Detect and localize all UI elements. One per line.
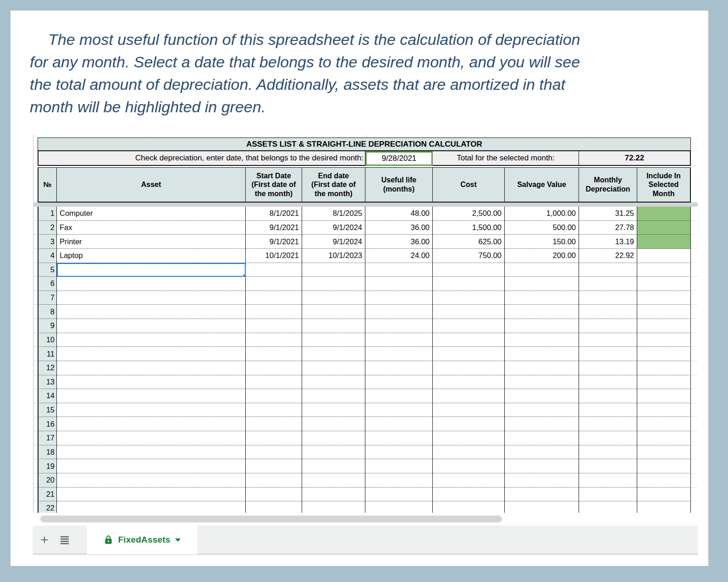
cell-r11-cost[interactable] [433,347,505,361]
cell-r10-monthly[interactable] [579,333,637,347]
cell-r16-salvage[interactable] [505,417,579,431]
cell-r2-monthly[interactable]: 27.78 [579,221,637,235]
date-input-cell[interactable]: 9/28/2021 [365,151,433,166]
cell-r21-include[interactable] [637,488,691,502]
cell-r14-no[interactable]: 14 [38,389,57,403]
cell-r17-end[interactable] [302,431,365,445]
column-header-salvage-value[interactable]: Salvage Value [505,167,579,203]
cell-r4-cost[interactable]: 750.00 [433,249,505,263]
cell-r6-start[interactable] [246,277,302,291]
cell-r21-cost[interactable] [433,488,505,502]
cell-r17-monthly[interactable] [579,431,637,445]
cell-r1-start[interactable]: 8/1/2021 [246,207,302,221]
cell-r16-end[interactable] [302,417,365,431]
cell-r6-life[interactable] [365,277,433,291]
cell-r15-include[interactable] [637,403,691,417]
cell-r8-cost[interactable] [433,305,505,319]
cell-r18-asset[interactable] [57,445,246,460]
cell-r18-monthly[interactable] [579,445,637,460]
cell-r14-asset[interactable] [57,389,246,403]
cell-r1-salvage[interactable]: 1,000.00 [505,207,579,221]
cell-r14-include[interactable] [637,389,691,403]
cell-r21-salvage[interactable] [505,488,579,502]
cell-r4-salvage[interactable]: 200.00 [505,249,579,263]
cell-r22-salvage[interactable] [505,501,579,513]
cell-r11-include[interactable] [637,347,691,361]
cell-r19-monthly[interactable] [579,459,637,473]
cell-r16-asset[interactable] [57,417,246,431]
cell-r5-life[interactable] [365,263,433,277]
cell-r12-asset[interactable] [57,361,246,375]
cell-r17-life[interactable] [365,431,433,445]
cell-r8-end[interactable] [302,305,365,319]
cell-r12-cost[interactable] [433,361,505,375]
cell-r12-end[interactable] [302,361,365,375]
cell-r4-no[interactable]: 4 [38,249,57,263]
column-header-no[interactable]: № [38,167,57,203]
cell-r6-include[interactable] [637,277,691,291]
cell-r9-asset[interactable] [57,319,246,333]
cell-r7-no[interactable]: 7 [38,291,57,305]
cell-r11-no[interactable]: 11 [38,347,57,361]
cell-r2-end[interactable]: 9/1/2024 [302,221,365,235]
cell-r8-no[interactable]: 8 [38,305,57,319]
cell-r11-end[interactable] [302,347,365,361]
cell-r3-life[interactable]: 36.00 [365,235,433,249]
cell-r15-life[interactable] [365,403,433,417]
cell-r5-salvage[interactable] [505,263,579,277]
cell-r15-end[interactable] [302,403,365,417]
cell-r18-salvage[interactable] [505,445,579,460]
cell-r6-cost[interactable] [433,277,505,291]
cell-r10-cost[interactable] [433,333,505,347]
cell-r17-salvage[interactable] [505,431,579,445]
cell-r4-asset[interactable]: Laptop [57,249,246,263]
cell-r20-cost[interactable] [433,473,505,488]
cell-r3-monthly[interactable]: 13.19 [579,235,637,249]
cell-r5-end[interactable] [302,263,365,277]
cell-r12-life[interactable] [365,361,433,375]
cell-r21-start[interactable] [246,488,302,502]
cell-r19-cost[interactable] [433,459,505,473]
cell-r12-start[interactable] [246,361,302,375]
cell-r10-asset[interactable] [57,333,246,347]
cell-r9-start[interactable] [246,319,302,333]
cell-r16-start[interactable] [246,417,302,431]
active-sheet-tab[interactable]: FixedAssets [87,526,197,554]
cell-r8-start[interactable] [246,305,302,319]
cell-r17-asset[interactable] [57,431,246,445]
cell-r17-include[interactable] [637,431,691,445]
cell-r3-start[interactable]: 9/1/2021 [246,235,302,249]
cell-r19-no[interactable]: 19 [38,459,57,473]
cell-r5-no[interactable]: 5 [38,263,57,277]
cell-r10-no[interactable]: 10 [38,333,57,347]
cell-r8-include[interactable] [637,305,691,319]
cell-r11-life[interactable] [365,347,433,361]
cell-r18-life[interactable] [365,445,433,460]
cell-r19-start[interactable] [246,459,302,473]
cell-r6-end[interactable] [302,277,365,291]
cell-r7-end[interactable] [302,291,365,305]
horizontal-scrollbar-thumb[interactable] [40,516,502,522]
cell-r22-asset[interactable] [57,501,246,513]
cell-r2-life[interactable]: 36.00 [365,221,433,235]
cell-r20-monthly[interactable] [579,473,637,488]
cell-r1-asset[interactable]: Computer [57,207,246,221]
add-sheet-button[interactable] [39,534,50,546]
cell-r13-include[interactable] [637,375,691,390]
cell-r21-no[interactable]: 21 [38,488,57,502]
cell-r7-life[interactable] [365,291,433,305]
cell-r14-monthly[interactable] [579,389,637,403]
cell-r7-cost[interactable] [433,291,505,305]
cell-r22-life[interactable] [365,501,433,513]
cell-r21-end[interactable] [302,488,365,502]
cell-r13-no[interactable]: 13 [38,375,57,390]
cell-r16-life[interactable] [365,417,433,431]
cell-r14-cost[interactable] [433,389,505,403]
cell-r7-monthly[interactable] [579,291,637,305]
cell-r13-cost[interactable] [433,375,505,390]
cell-r10-end[interactable] [302,333,365,347]
cell-r4-include[interactable] [637,249,691,263]
cell-r6-monthly[interactable] [579,277,637,291]
cell-r1-include[interactable] [637,207,691,221]
cell-r2-start[interactable]: 9/1/2021 [246,221,302,235]
